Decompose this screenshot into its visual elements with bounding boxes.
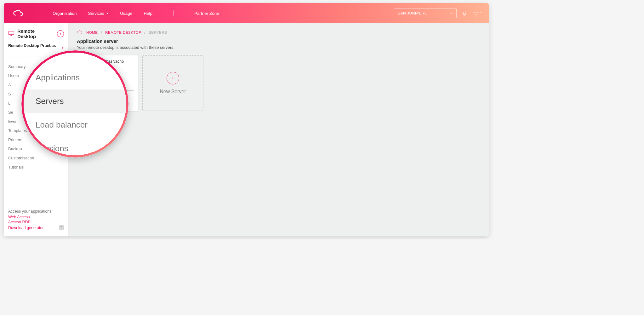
topbar: Organisation Services ▼ Usage Help Partn…: [4, 3, 489, 23]
sidebar-title: Remote Desktop: [17, 28, 54, 39]
app-frame: Organisation Services ▼ Usage Help Partn…: [4, 3, 489, 236]
instance-selector-value: Remote Desktop Pruebas ...: [8, 43, 60, 52]
notifications-button[interactable]: [457, 11, 472, 16]
server-cards: rERPruebasNacho o M + New Server: [77, 55, 481, 111]
lens-item-servers[interactable]: Servers: [24, 89, 126, 113]
nav-help[interactable]: Help: [144, 11, 152, 16]
bell-icon: [462, 11, 467, 16]
main-content: HOME / REMOTE DESKTOP / SERVERS Applicat…: [69, 23, 489, 236]
top-nav: Organisation Services ▼ Usage Help Partn…: [53, 10, 219, 16]
partner-brand: ⌣⌣⌣· E L ·: [472, 9, 482, 18]
svg-rect-0: [9, 31, 14, 35]
new-server-label: New Server: [160, 89, 186, 94]
breadcrumb: HOME / REMOTE DESKTOP / SERVERS: [77, 30, 481, 35]
page-title: Application server: [77, 38, 481, 44]
magnifier-callout: Applications Servers Load balancer ssion…: [21, 50, 128, 158]
help-icon[interactable]: ?: [59, 225, 64, 230]
cloud-logo-icon: [13, 9, 25, 17]
nav-usage[interactable]: Usage: [120, 11, 132, 16]
page-subtitle: Your remote desktop is associated with t…: [77, 45, 481, 50]
nav-services-label: Services: [88, 11, 105, 16]
sidebar-footer: Access your applications Web Access Acce…: [4, 205, 68, 236]
lens-item-applications[interactable]: Applications: [32, 66, 126, 89]
breadcrumb-home[interactable]: HOME: [86, 31, 98, 34]
nav-divider: [173, 10, 174, 16]
nav-services[interactable]: Services ▼: [88, 11, 109, 16]
cloud-icon: [77, 30, 83, 35]
sidebar-footer-heading: Access your applications: [8, 209, 64, 214]
app-logo[interactable]: [4, 9, 34, 17]
remote-desktop-icon: [8, 30, 14, 37]
new-server-card[interactable]: + New Server: [142, 55, 203, 111]
breadcrumb-current: SERVERS: [149, 31, 167, 34]
chevron-down-icon: ▼: [61, 47, 64, 49]
org-selector-value: SAN JUNIPERO: [398, 11, 428, 15]
add-desktop-button[interactable]: +: [57, 30, 64, 37]
footer-link-web-access[interactable]: Web Access: [8, 215, 64, 219]
lens-item-load-balancer[interactable]: Load balancer: [32, 113, 126, 137]
footer-link-download-generator[interactable]: Download generator: [8, 226, 44, 230]
nav-organisation[interactable]: Organisation: [53, 11, 77, 16]
plus-icon: +: [167, 72, 179, 84]
breadcrumb-section[interactable]: REMOTE DESKTOP: [105, 31, 141, 34]
chevron-down-icon: ▼: [106, 12, 109, 15]
sidebar-header: Remote Desktop +: [4, 23, 68, 43]
nav-partner-zone[interactable]: Partner Zone: [194, 11, 219, 16]
footer-link-acceso-rdp[interactable]: Acceso RDP: [8, 220, 64, 224]
sidebar-item-tutorials[interactable]: Tutorials: [4, 163, 68, 172]
org-selector[interactable]: SAN JUNIPERO ▼: [394, 8, 457, 18]
chevron-down-icon: ▼: [450, 12, 453, 15]
